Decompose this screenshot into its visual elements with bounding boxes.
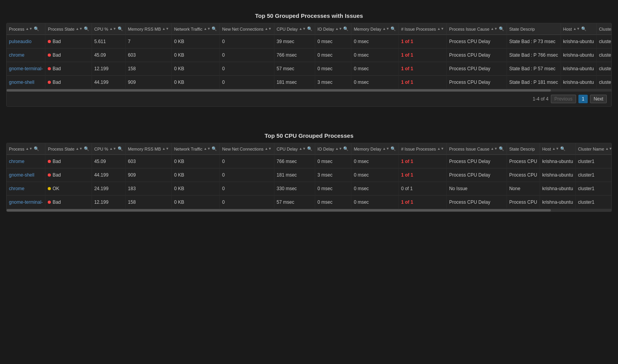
sort-icon[interactable]: ▲▼ <box>335 147 342 151</box>
search-icon[interactable]: 🔍 <box>34 146 39 151</box>
stateDesc-value: State Bad : P 73 msec <box>509 39 556 44</box>
col-header-issuesCause[interactable]: Process Issue Cause ▲▼ 🔍 <box>446 23 507 35</box>
col-header-stateDesc: State Descrip <box>507 23 561 35</box>
search-icon[interactable]: 🔍 <box>84 146 89 151</box>
sort-icon[interactable]: ▲▼ <box>109 147 116 151</box>
process-link[interactable]: gnome-shell <box>9 172 34 178</box>
stateDesc-cell: Process CPU <box>507 155 540 168</box>
col-header-memoryRSS[interactable]: Memory RSS MB ▲▼ <box>125 23 172 35</box>
col-header-memDelay[interactable]: Memory Delay ▲▼ 🔍 <box>351 23 399 35</box>
search-icon[interactable]: 🔍 <box>391 146 396 151</box>
sort-icon[interactable]: ▲▼ <box>552 147 559 151</box>
col-header-processState[interactable]: Process State ▲▼ 🔍 <box>45 23 92 35</box>
search-icon[interactable]: 🔍 <box>307 26 312 31</box>
search-icon[interactable]: 🔍 <box>118 26 123 31</box>
process-link[interactable]: chrome <box>9 159 24 164</box>
search-icon[interactable]: 🔍 <box>343 26 349 31</box>
col-header-issuesCause[interactable]: Process Issue Cause ▲▼ 🔍 <box>446 143 507 155</box>
process-link[interactable]: chrome <box>9 52 24 58</box>
scrollbar-track[interactable] <box>7 89 611 92</box>
col-header-cpuDelay[interactable]: CPU Delay ▲▼ 🔍 <box>274 23 315 35</box>
sort-icon[interactable]: ▲▼ <box>265 27 272 31</box>
search-icon[interactable]: 🔍 <box>34 26 39 31</box>
col-header-ioDelay[interactable]: IO Delay ▲▼ 🔍 <box>315 23 351 35</box>
search-icon[interactable]: 🔍 <box>560 146 566 151</box>
col-header-memoryRSS[interactable]: Memory RSS MB ▲▼ <box>125 143 172 155</box>
search-icon[interactable]: 🔍 <box>581 26 587 31</box>
newNetConn-value: 0 <box>222 66 225 71</box>
col-header-process[interactable]: Process ▲▼ 🔍 <box>7 143 45 155</box>
search-icon[interactable]: 🔍 <box>307 146 312 151</box>
search-icon[interactable]: 🔍 <box>499 146 504 151</box>
sort-icon[interactable]: ▲▼ <box>204 147 211 151</box>
col-header-issueProc[interactable]: # Issue Processes ▲▼ <box>399 23 447 35</box>
host-value: krishna-ubuntu <box>542 172 573 178</box>
col-header-cpuPct[interactable]: CPU % ▲▼ 🔍 <box>92 23 125 35</box>
sort-icon[interactable]: ▲▼ <box>76 147 83 151</box>
col-header-host[interactable]: Host ▲▼ 🔍 <box>561 23 596 35</box>
process-link[interactable]: gnome-shell <box>9 80 34 85</box>
cpuDelay-cell: 181 msec <box>274 168 315 182</box>
sort-icon[interactable]: ▲▼ <box>605 147 612 151</box>
sort-icon[interactable]: ▲▼ <box>162 147 169 151</box>
col-header-networkTraffic[interactable]: Network Traffic ▲▼ 🔍 <box>172 23 220 35</box>
col-header-clusterName[interactable]: Cluster Name ▲▼ 🔍 <box>596 23 612 35</box>
col-header-newNetConn[interactable]: New Net Connections ▲▼ <box>220 143 274 155</box>
sort-icon[interactable]: ▲▼ <box>26 27 33 31</box>
search-icon[interactable]: 🔍 <box>118 146 123 151</box>
sort-icon[interactable]: ▲▼ <box>335 27 342 31</box>
search-icon[interactable]: 🔍 <box>212 146 217 151</box>
sort-icon[interactable]: ▲▼ <box>382 27 389 31</box>
process-link[interactable]: chrome <box>9 186 24 191</box>
sort-icon[interactable]: ▲▼ <box>265 147 272 151</box>
search-icon[interactable]: 🔍 <box>84 26 89 31</box>
memDelay-value: 0 msec <box>354 172 369 178</box>
scrollbar-thumb[interactable] <box>7 89 551 92</box>
table-container-top50-issues: Process ▲▼ 🔍 Process State ▲▼ 🔍 CPU % ▲▼… <box>6 23 612 107</box>
sort-icon[interactable]: ▲▼ <box>491 147 498 151</box>
ioDelay-value: 0 msec <box>318 199 333 205</box>
col-header-process[interactable]: Process ▲▼ 🔍 <box>7 23 45 35</box>
newNetConn-value: 0 <box>222 80 225 85</box>
data-table: Process ▲▼ 🔍 Process State ▲▼ 🔍 CPU % ▲▼… <box>7 143 612 209</box>
memoryRSS-cell: 183 <box>125 182 172 196</box>
col-header-clusterName[interactable]: Cluster Name ▲▼ 🔍 <box>576 143 612 155</box>
page-1-button[interactable]: 1 <box>578 95 588 103</box>
col-header-issueProc[interactable]: # Issue Processes ▲▼ <box>399 143 447 155</box>
col-header-networkTraffic[interactable]: Network Traffic ▲▼ 🔍 <box>172 143 220 155</box>
col-header-cpuDelay[interactable]: CPU Delay ▲▼ 🔍 <box>274 143 315 155</box>
sort-icon[interactable]: ▲▼ <box>382 147 389 151</box>
next-button[interactable]: Next <box>590 95 607 103</box>
sort-icon[interactable]: ▲▼ <box>162 27 169 31</box>
prev-button[interactable]: Previous <box>551 95 576 103</box>
search-icon[interactable]: 🔍 <box>499 26 504 31</box>
sort-icon[interactable]: ▲▼ <box>299 27 306 31</box>
networkTraffic-cell: 0 KB <box>172 35 220 49</box>
process-link[interactable]: gnome-terminal- <box>9 66 43 71</box>
col-header-newNetConn[interactable]: New Net Connections ▲▼ <box>220 23 274 35</box>
col-header-ioDelay[interactable]: IO Delay ▲▼ 🔍 <box>315 143 351 155</box>
process-link[interactable]: pulseaudio <box>9 39 31 44</box>
col-header-memDelay[interactable]: Memory Delay ▲▼ 🔍 <box>351 143 399 155</box>
memoryRSS-cell: 909 <box>125 168 172 182</box>
sort-icon[interactable]: ▲▼ <box>204 27 211 31</box>
scrollbar-track[interactable] <box>7 209 611 211</box>
process-state-cell: Bad <box>45 76 92 89</box>
process-link[interactable]: gnome-terminal- <box>9 199 43 205</box>
sort-icon[interactable]: ▲▼ <box>437 147 444 151</box>
search-icon[interactable]: 🔍 <box>343 146 349 151</box>
sort-icon[interactable]: ▲▼ <box>573 27 580 31</box>
sort-icon[interactable]: ▲▼ <box>299 147 306 151</box>
col-header-host[interactable]: Host ▲▼ 🔍 <box>540 143 575 155</box>
sort-icon[interactable]: ▲▼ <box>109 27 116 31</box>
scrollbar-thumb[interactable] <box>7 209 551 211</box>
search-icon[interactable]: 🔍 <box>391 26 396 31</box>
col-header-cpuPct[interactable]: CPU % ▲▼ 🔍 <box>92 143 125 155</box>
sort-icon[interactable]: ▲▼ <box>437 27 444 31</box>
ioDelay-cell: 0 msec <box>315 196 351 209</box>
sort-icon[interactable]: ▲▼ <box>76 27 83 31</box>
sort-icon[interactable]: ▲▼ <box>26 147 33 151</box>
col-header-processState[interactable]: Process State ▲▼ 🔍 <box>45 143 92 155</box>
sort-icon[interactable]: ▲▼ <box>491 27 498 31</box>
search-icon[interactable]: 🔍 <box>212 26 217 31</box>
